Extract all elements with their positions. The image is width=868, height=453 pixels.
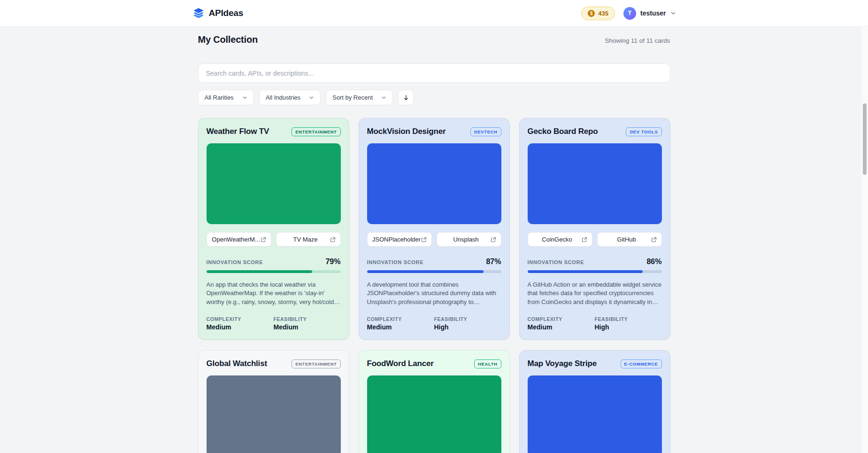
feasibility-value: High xyxy=(595,323,662,331)
api-chip-label: Unsplash xyxy=(442,236,491,243)
api-chip[interactable]: CoinGecko xyxy=(528,232,592,247)
main-content: My Collection Showing 11 of 11 cards All… xyxy=(198,34,670,453)
card-description: An app that checks the local weather via… xyxy=(207,281,341,306)
rarity-filter-select[interactable]: All Rarities xyxy=(198,90,254,105)
idea-card[interactable]: MockVision Designer DEVTECH JSONPlacehol… xyxy=(359,118,510,340)
external-link-icon xyxy=(421,237,427,242)
idea-card[interactable]: FoodWord Lancer HEALTH xyxy=(359,350,510,453)
card-title: MockVision Designer xyxy=(367,127,446,136)
innovation-score-label: INNOVATION SCORE xyxy=(207,259,263,265)
complexity-label: COMPLEXITY xyxy=(207,316,274,322)
card-image xyxy=(367,375,501,453)
feasibility-value: High xyxy=(434,323,501,331)
card-image xyxy=(528,143,662,224)
api-chip-label: OpenWeatherM... xyxy=(212,236,261,243)
card-image xyxy=(528,375,662,453)
complexity-value: Medium xyxy=(528,323,595,331)
avatar: T xyxy=(623,7,636,20)
idea-card[interactable]: Weather Flow TV ENTERTAINMENT OpenWeathe… xyxy=(198,118,349,340)
app-title: APIdeas xyxy=(209,8,244,18)
complexity-value: Medium xyxy=(367,323,434,331)
external-link-icon xyxy=(491,237,496,242)
industry-badge: E-COMMERCE xyxy=(621,359,662,368)
complexity-label: COMPLEXITY xyxy=(367,316,434,322)
feasibility-label: FEASIBILITY xyxy=(434,316,501,322)
external-link-icon xyxy=(330,237,336,242)
innovation-score-bar xyxy=(207,270,341,273)
innovation-score-bar xyxy=(528,270,662,273)
innovation-score-label: INNOVATION SCORE xyxy=(367,259,424,265)
username: testuser xyxy=(640,9,666,17)
sort-select[interactable]: Sort by Recent xyxy=(326,90,393,105)
complexity-label: COMPLEXITY xyxy=(528,316,595,322)
feasibility-label: FEASIBILITY xyxy=(595,316,662,322)
innovation-score-bar-fill xyxy=(207,270,313,273)
industry-badge: DEV TOOLS xyxy=(626,127,661,136)
card-description: A GitHub Action or an embeddable widget … xyxy=(528,281,662,306)
innovation-score-bar xyxy=(367,270,501,273)
innovation-score-bar-fill xyxy=(528,270,643,273)
innovation-score-value: 87% xyxy=(486,258,501,266)
api-chip[interactable]: GitHub xyxy=(597,232,662,247)
card-title: Gecko Board Repo xyxy=(528,127,598,136)
api-chip[interactable]: TV Maze xyxy=(276,232,341,247)
innovation-score-label: INNOVATION SCORE xyxy=(528,259,584,265)
external-link-icon xyxy=(261,237,266,242)
app-brand[interactable]: APIdeas xyxy=(192,7,244,19)
app-header: APIdeas $ 435 T testuser xyxy=(0,0,868,27)
industry-badge: ENTERTAINMENT xyxy=(292,359,340,368)
api-chip[interactable]: Unsplash xyxy=(437,232,501,247)
complexity-value: Medium xyxy=(207,323,274,331)
chevron-down-icon xyxy=(381,95,386,100)
industry-filter-label: All Industries xyxy=(266,94,300,101)
sort-direction-button[interactable] xyxy=(398,90,414,105)
card-description: A development tool that combines JSONPla… xyxy=(367,281,501,306)
sort-select-label: Sort by Recent xyxy=(332,94,373,101)
external-link-icon xyxy=(582,237,587,242)
search-input[interactable] xyxy=(198,63,670,83)
industry-badge: HEALTH xyxy=(474,359,501,368)
api-chip-label: CoinGecko xyxy=(533,236,582,243)
api-chip-label: JSONPlaceholder xyxy=(372,236,421,243)
results-summary: Showing 11 of 11 cards xyxy=(605,37,670,44)
filter-bar: All Rarities All Industries Sort by Rece… xyxy=(198,90,670,105)
card-title: FoodWord Lancer xyxy=(367,359,434,368)
idea-card[interactable]: Map Voyage Stripe E-COMMERCE xyxy=(519,350,670,453)
industry-filter-select[interactable]: All Industries xyxy=(259,90,321,105)
api-chip-label: GitHub xyxy=(602,236,651,243)
card-image xyxy=(207,375,341,453)
chevron-down-icon xyxy=(309,95,314,100)
external-link-icon xyxy=(651,237,657,242)
api-chip[interactable]: JSONPlaceholder xyxy=(367,232,432,247)
feasibility-value: Medium xyxy=(274,323,341,331)
feasibility-label: FEASIBILITY xyxy=(274,316,341,322)
cards-grid: Weather Flow TV ENTERTAINMENT OpenWeathe… xyxy=(198,118,670,453)
scrollbar-thumb[interactable] xyxy=(863,103,867,175)
idea-card[interactable]: Global Watchlist ENTERTAINMENT xyxy=(198,350,349,453)
innovation-score-value: 86% xyxy=(646,258,661,266)
layers-logo-icon xyxy=(192,7,205,19)
chevron-down-icon xyxy=(670,10,676,16)
coin-balance-badge[interactable]: $ 435 xyxy=(581,7,615,20)
coin-icon: $ xyxy=(588,10,595,17)
card-image xyxy=(367,143,501,224)
card-title: Map Voyage Stripe xyxy=(528,359,597,368)
industry-badge: DEVTECH xyxy=(470,127,501,136)
innovation-score-value: 79% xyxy=(325,258,340,266)
idea-card[interactable]: Gecko Board Repo DEV TOOLS CoinGecko Git… xyxy=(519,118,670,340)
industry-badge: ENTERTAINMENT xyxy=(292,127,340,136)
card-title: Weather Flow TV xyxy=(207,127,269,136)
card-image xyxy=(207,143,341,224)
page-title: My Collection xyxy=(198,34,258,45)
user-menu[interactable]: T testuser xyxy=(623,7,676,20)
api-chip[interactable]: OpenWeatherM... xyxy=(207,232,271,247)
coin-count: 435 xyxy=(598,10,608,17)
api-chip-label: TV Maze xyxy=(281,236,330,243)
innovation-score-bar-fill xyxy=(367,270,484,273)
rarity-filter-label: All Rarities xyxy=(205,94,234,101)
card-title: Global Watchlist xyxy=(207,359,267,368)
chevron-down-icon xyxy=(242,95,247,100)
scrollbar-track[interactable] xyxy=(861,27,868,453)
arrow-down-icon xyxy=(403,94,409,101)
